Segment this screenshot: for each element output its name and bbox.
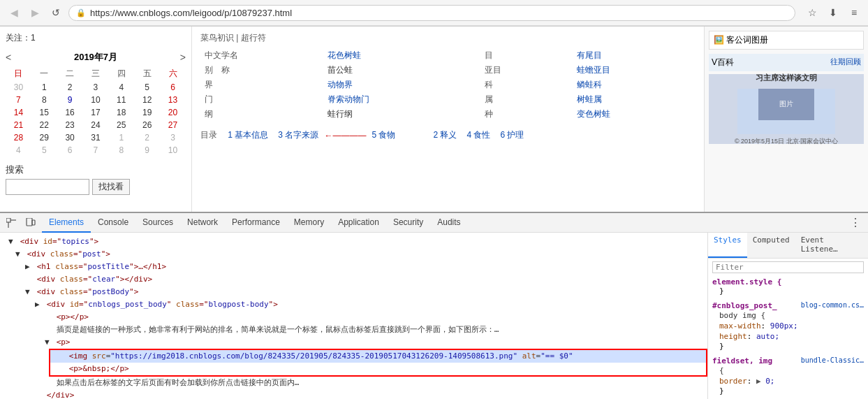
- info-value[interactable]: 鳞蛙科: [573, 78, 696, 92]
- cal-day[interactable]: 3: [160, 131, 186, 144]
- tab-network[interactable]: Network: [180, 213, 225, 233]
- cal-day[interactable]: 10: [83, 94, 109, 106]
- back-button[interactable]: ◀: [6, 4, 22, 21]
- tab-memory[interactable]: Memory: [287, 213, 331, 233]
- cal-day[interactable]: 15: [31, 106, 57, 119]
- info-value[interactable]: 变色树蛙: [573, 107, 696, 122]
- search-input[interactable]: [6, 179, 89, 195]
- toc-item-5[interactable]: 5 食物: [372, 129, 395, 141]
- element-picker-icon[interactable]: [3, 215, 20, 231]
- cal-day[interactable]: 23: [57, 119, 83, 131]
- toggle-icon[interactable]: ▶: [35, 299, 42, 310]
- cal-day[interactable]: 9: [134, 144, 160, 157]
- html-line[interactable]: ▶ <div id="cnblogs_post_body" class="blo…: [0, 298, 707, 311]
- cal-day[interactable]: 2: [134, 131, 160, 144]
- toggle-icon[interactable]: ▶: [25, 261, 32, 273]
- cal-day[interactable]: 5: [134, 81, 160, 94]
- html-line-selected[interactable]: <img src="https://img2018.cnblogs.com/bl…: [50, 350, 706, 363]
- download-button[interactable]: ⬇: [825, 4, 841, 21]
- search-button[interactable]: 找找看: [92, 179, 130, 195]
- cal-day[interactable]: 1: [31, 81, 57, 94]
- cal-day[interactable]: 12: [134, 94, 160, 106]
- address-bar[interactable]: 🔒 https://www.cnblogs.com/leigood/p/1087…: [68, 5, 795, 21]
- cal-day[interactable]: 26: [134, 119, 160, 131]
- refresh-button[interactable]: ↺: [47, 4, 64, 21]
- cal-day[interactable]: 7: [6, 94, 31, 106]
- cal-day[interactable]: 1: [108, 131, 134, 144]
- filter-input[interactable]: [716, 263, 860, 272]
- computed-tab[interactable]: Computed: [747, 233, 795, 258]
- toc-item-6[interactable]: 6 护理: [500, 129, 524, 141]
- cal-day[interactable]: 14: [6, 106, 31, 119]
- info-value[interactable]: 花色树蛙: [323, 48, 471, 63]
- return-label[interactable]: 往期回顾: [830, 57, 861, 67]
- star-button[interactable]: ☆: [804, 4, 821, 21]
- elements-panel[interactable]: ▼ <div id="topics"> ▼ <div class="post">…: [0, 233, 707, 399]
- cal-day[interactable]: 11: [108, 94, 134, 106]
- cal-day[interactable]: 25: [108, 119, 134, 131]
- cal-day[interactable]: 30: [6, 81, 31, 94]
- cal-day[interactable]: 30: [57, 131, 83, 144]
- cal-day[interactable]: 10: [160, 144, 186, 157]
- cal-day[interactable]: 8: [108, 144, 134, 157]
- calendar-next[interactable]: >: [180, 52, 186, 63]
- html-line[interactable]: ▶ <h1 class="postTitle">…</h1>: [0, 261, 707, 273]
- cal-day[interactable]: 21: [6, 119, 31, 131]
- cal-day[interactable]: 28: [6, 131, 31, 144]
- cal-day[interactable]: 24: [83, 119, 109, 131]
- html-line[interactable]: ▼ <p>: [0, 336, 707, 349]
- toc-item-3[interactable]: 3 名字来源: [278, 129, 318, 141]
- menu-button[interactable]: ≡: [846, 4, 862, 21]
- info-value[interactable]: 蛙蟾亚目: [573, 63, 696, 78]
- info-value[interactable]: 有尾目: [573, 48, 696, 63]
- calendar-prev[interactable]: <: [6, 52, 11, 63]
- cal-day[interactable]: 9: [57, 94, 83, 106]
- toggle-icon[interactable]: ▼: [45, 337, 52, 348]
- tab-application[interactable]: Application: [331, 213, 386, 233]
- html-line[interactable]: ▼ <div class="postBody">: [0, 286, 707, 298]
- devtools-menu[interactable]: ⋮: [846, 216, 865, 229]
- device-toolbar-icon[interactable]: [22, 215, 39, 231]
- tab-console[interactable]: Console: [91, 213, 135, 233]
- tab-elements[interactable]: Elements: [42, 213, 91, 233]
- html-line[interactable]: <div class="clear"></div>: [0, 273, 707, 286]
- styles-tab[interactable]: Styles: [708, 233, 747, 258]
- cal-day[interactable]: 3: [83, 81, 109, 94]
- toggle-icon[interactable]: ▼: [8, 236, 15, 247]
- forward-button[interactable]: ▶: [27, 4, 43, 21]
- html-line[interactable]: ▼ <div id="topics">: [0, 235, 707, 248]
- tab-security[interactable]: Security: [386, 213, 430, 233]
- cal-day[interactable]: 17: [83, 106, 109, 119]
- cal-day[interactable]: 4: [6, 144, 31, 157]
- cal-day[interactable]: 2: [57, 81, 83, 94]
- info-value[interactable]: 树蛙属: [573, 92, 696, 107]
- toggle-icon[interactable]: ▼: [25, 286, 32, 298]
- html-line[interactable]: 如果点击后在标签的文字后页面有时会加载到你所点击链接中的页面内…: [0, 377, 707, 389]
- toc-item-2[interactable]: 2 释义: [433, 129, 457, 141]
- css-source[interactable]: bundle-Classic…: [801, 356, 864, 364]
- cal-day[interactable]: 29: [31, 131, 57, 144]
- cal-day[interactable]: 18: [108, 106, 134, 119]
- html-line[interactable]: 插页是超链接的一种形式，她非常有利于网站的排名，简单来说就是一个标签，鼠标点击标…: [0, 324, 707, 336]
- cal-day[interactable]: 27: [160, 119, 186, 131]
- cal-day[interactable]: 19: [134, 106, 160, 119]
- info-value[interactable]: 脊索动物门: [323, 92, 471, 107]
- cal-day[interactable]: 16: [57, 106, 83, 119]
- tab-performance[interactable]: Performance: [225, 213, 287, 233]
- css-source[interactable]: blog-common.cs…: [801, 301, 864, 309]
- cal-day[interactable]: 20: [160, 106, 186, 119]
- cal-day[interactable]: 4: [108, 81, 134, 94]
- cal-day[interactable]: 8: [31, 94, 57, 106]
- tab-audits[interactable]: Audits: [430, 213, 467, 233]
- toggle-icon[interactable]: ▼: [15, 249, 22, 260]
- html-line[interactable]: </div>: [0, 389, 707, 399]
- cal-day[interactable]: 5: [31, 144, 57, 157]
- toc-item-4[interactable]: 4 食性: [466, 129, 490, 141]
- toc-item-1[interactable]: 1 基本信息: [228, 129, 268, 141]
- cal-day[interactable]: 7: [83, 144, 109, 157]
- html-line[interactable]: <p>&nbsp;</p>: [50, 363, 706, 375]
- cal-day[interactable]: 31: [83, 131, 109, 144]
- html-line[interactable]: ▼ <div class="post">: [0, 248, 707, 261]
- cal-day[interactable]: 22: [31, 119, 57, 131]
- info-value[interactable]: 动物界: [323, 78, 471, 92]
